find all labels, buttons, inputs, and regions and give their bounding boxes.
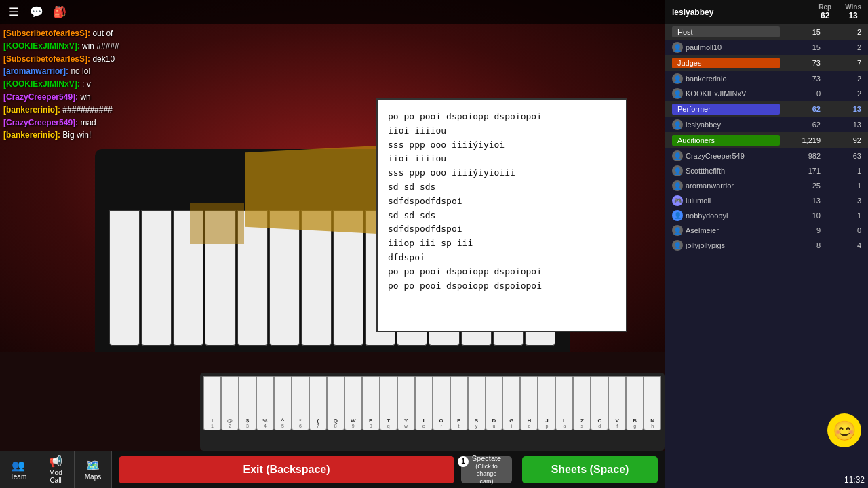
piano-key-L[interactable]: La (555, 376, 573, 430)
spectate-button[interactable]: Spectate (Click to change cam) (461, 456, 512, 483)
piano-key-dollar[interactable]: $3 (239, 376, 256, 430)
piano-key-D[interactable]: Du (486, 376, 503, 430)
chat-username-5: [KOOKIExJIMINxV]: (3, 79, 80, 89)
performer-badge: Performer (672, 104, 780, 115)
rp-stats: Rep 62 Wins 13 (818, 3, 861, 20)
exit-label: Exit (Backspace) (243, 464, 330, 476)
clock-time: 11:32 (844, 475, 865, 485)
piano-key-J[interactable]: Jp (538, 376, 555, 430)
piano-key-paren[interactable]: (7 (309, 376, 327, 430)
leslyabbey-name: 👤 leslyabbey (672, 119, 780, 130)
spectate-sublabel: (Click to (475, 463, 498, 470)
sheets-button[interactable]: Sheets (Space) (522, 456, 658, 483)
piano-key-at[interactable]: @2 (221, 376, 239, 430)
chat-username-4: [aromanwarrior]: (3, 66, 68, 76)
bottom-bar: 👥 Team 📢 Mod Call 🗺️ Maps Exit (Backspac… (0, 451, 665, 488)
host-wins: 2 (821, 28, 861, 36)
chat-icon[interactable]: 💬 (28, 4, 45, 20)
crazycreeper-wins: 63 (821, 152, 861, 160)
chat-text-3: dek10 (92, 54, 115, 64)
spectate-button-area: 1 Spectate (Click to change cam) (461, 456, 515, 483)
aromanwarrior-wins: 1 (821, 182, 861, 190)
piano-key-I2[interactable]: Ie (415, 376, 433, 430)
bg-box (245, 145, 393, 235)
rp-player-lulumoll: 🎮 lulumoll 13 3 (665, 193, 868, 208)
piano-key-I[interactable]: I1 (203, 376, 221, 430)
clock: 11:32 (844, 475, 865, 485)
tab-maps-label: Maps (85, 473, 101, 481)
tab-team[interactable]: 👥 Team (0, 451, 37, 488)
paulmoll10-icon: 👤 (672, 42, 683, 53)
jollyjollypigs-rep: 8 (780, 241, 821, 249)
aselmeier-icon: 👤 (672, 225, 683, 236)
piano-key-B[interactable]: Bg (626, 376, 644, 430)
paulmoll10-rep: 15 (780, 43, 821, 52)
piano-key-Z[interactable]: Zs (573, 376, 591, 430)
piano-key-percent[interactable]: %4 (256, 376, 274, 430)
chat-message-1: [SubscribetofearlesS]: out of (0, 27, 183, 40)
backpack-icon[interactable]: 🎒 (52, 4, 68, 20)
lulumoll-wins: 3 (821, 197, 861, 205)
sheet-line-1: po po pooi dspoiopp dspoiopoi (388, 110, 616, 124)
sheet-music-overlay: po po pooi dspoiopp dspoiopoi iioi iiiio… (376, 98, 627, 332)
rp-header: leslyabbey Rep 62 Wins 13 (665, 0, 868, 24)
bankererinio-name: 👤 bankererinio (672, 73, 780, 84)
spectate-sublabel3: cam) (480, 478, 494, 485)
team-icon: 👥 (12, 459, 25, 472)
rp-rep-stat: Rep 62 (818, 3, 831, 20)
piano-key-caret[interactable]: ^5 (274, 376, 292, 430)
spectate-label: Spectate (472, 454, 501, 463)
piano-key-O[interactable]: Or (433, 376, 450, 430)
piano-key-H[interactable]: Ho (520, 376, 538, 430)
kookie-rep: 0 (780, 89, 821, 98)
piano-key-C[interactable]: Cd (591, 376, 608, 430)
paulmoll10-name: 👤 paulmoll10 (672, 42, 780, 53)
chat-text-6: wh (80, 92, 90, 102)
menu-icon[interactable]: ☰ (5, 4, 22, 20)
chat-text-2: win ##### (82, 41, 119, 51)
spectate-sublabel2: change (477, 470, 497, 478)
rp-username: leslyabbey (672, 7, 713, 17)
rp-rep-value: 62 (821, 11, 829, 20)
piano-key-Q[interactable]: Q8 (327, 376, 344, 430)
leslyabbey-wins: 13 (821, 121, 861, 129)
rp-player-paulmoll10: 👤 paulmoll10 15 2 (665, 40, 868, 55)
piano-key-W[interactable]: W9 (344, 376, 362, 430)
piano-key-N[interactable]: Nh (644, 376, 661, 430)
piano-key-Y[interactable]: Yw (397, 376, 415, 430)
host-badge: Host (672, 26, 780, 37)
smiley-face: 😊 (827, 413, 861, 447)
chat-message-2: [KOOKIExJIMINxV]: win ##### (0, 40, 183, 53)
piano-key-E[interactable]: E0 (362, 376, 380, 430)
piano-key-V[interactable]: Vf (608, 376, 626, 430)
rp-player-bankererinio: 👤 bankererinio 73 2 (665, 71, 868, 86)
sheet-line-13: po po pooi dspoiopp dspoiopoi (388, 279, 616, 293)
rp-auditioners-section: Auditioners 1,219 92 (665, 132, 868, 148)
piano-key-T[interactable]: Tq (380, 376, 397, 430)
sheet-line-11: dfdspoi (388, 251, 616, 265)
top-bar: ☰ 💬 🎒 (0, 0, 665, 24)
piano-keys[interactable]: I1 @2 $3 %4 ^5 *6 (7 Q8 W9 E0 Tq Yw Ie O… (203, 376, 661, 430)
auditioners-rep: 1,219 (780, 136, 821, 144)
exit-button[interactable]: Exit (Backspace) (119, 456, 454, 483)
crazycreeper-rep: 982 (780, 152, 821, 160)
piano-key-G[interactable]: Gi (502, 376, 520, 430)
scottthefifth-icon: 👤 (672, 165, 683, 176)
chat-text-1: out of (92, 28, 113, 38)
rp-performer-section: Performer 62 13 (665, 101, 868, 117)
leslyabbey-icon: 👤 (672, 119, 683, 130)
chat-username-2: [KOOKIExJIMINxV]: (3, 41, 80, 51)
tab-mod-call[interactable]: 📢 Mod Call (37, 451, 75, 488)
piano-key-star[interactable]: *6 (292, 376, 309, 430)
piano-key-S[interactable]: Sy (468, 376, 486, 430)
jollyjollypigs-wins: 4 (821, 241, 861, 249)
tab-maps[interactable]: 🗺️ Maps (75, 451, 112, 488)
chat-message-4: [aromanwarrior]: no lol (0, 65, 183, 78)
sheet-line-7: sdfdspodfdspoі (388, 195, 616, 209)
scottthefifth-name: 👤 Scottthefifth (672, 165, 780, 176)
judges-wins: 7 (821, 59, 861, 67)
sheet-line-3: sss ppp ooo iiiiýiyioi (388, 138, 616, 152)
sheet-line-10: iiiop iii sp iii (388, 237, 616, 251)
chat-message-3: [SubscribetofearlesS]: dek10 (0, 53, 183, 66)
piano-key-P[interactable]: Pt (450, 376, 468, 430)
